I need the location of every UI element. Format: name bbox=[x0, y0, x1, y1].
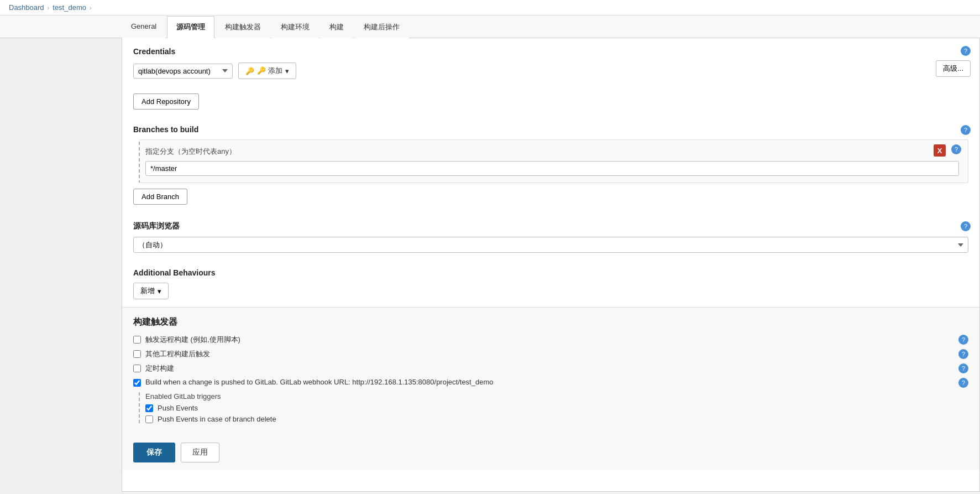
sub-trigger-checkbox-push-events[interactable] bbox=[145, 404, 153, 412]
branch-row: 指定分支（为空时代表any） X ? bbox=[139, 139, 968, 183]
trigger-label-remote: 触发远程构建 (例如,使用脚本) bbox=[145, 335, 954, 345]
new-dropdown-arrow: ▾ bbox=[158, 287, 161, 295]
key-icon: 🔑 bbox=[245, 67, 254, 75]
breadcrumb-arrow1: › bbox=[48, 4, 50, 11]
tab-env[interactable]: 构建环境 bbox=[271, 16, 319, 38]
credentials-dropdown[interactable]: qitlab(devops account) bbox=[133, 64, 233, 79]
trigger-label-after-other: 其他工程构建后触发 bbox=[145, 349, 954, 359]
save-section: 保存 应用 bbox=[122, 435, 979, 470]
sub-trigger-checkbox-push-branch-delete[interactable] bbox=[145, 415, 153, 423]
credentials-help-icon[interactable]: ? bbox=[961, 46, 971, 56]
branch-delete-button[interactable]: X bbox=[934, 144, 946, 157]
add-button-label: 🔑 添加 bbox=[257, 66, 282, 76]
sub-trigger-push-events: Push Events bbox=[145, 404, 968, 412]
build-triggers-section: 构建触发器 触发远程构建 (例如,使用脚本) ? 其他工程构建后触发 ? 定时构… bbox=[122, 307, 979, 435]
trigger-checkbox-remote[interactable] bbox=[133, 336, 141, 344]
new-button-label: 新增 bbox=[140, 286, 155, 296]
credentials-add-button[interactable]: 🔑 🔑 添加 ▾ bbox=[238, 63, 296, 79]
add-dropdown-arrow: ▾ bbox=[285, 67, 289, 75]
tab-build[interactable]: 构建 bbox=[320, 16, 353, 38]
advanced-button[interactable]: 高级... bbox=[936, 60, 971, 77]
branch-label: 指定分支（为空时代表any） bbox=[145, 147, 959, 157]
trigger-checkbox-after-other[interactable] bbox=[133, 350, 141, 358]
tab-general[interactable]: General bbox=[122, 16, 166, 38]
breadcrumb: Dashboard › test_demo › bbox=[0, 0, 980, 15]
new-behaviour-button[interactable]: 新增 ▾ bbox=[133, 283, 169, 299]
branches-title: Branches to build bbox=[133, 125, 968, 134]
source-browser-help-icon[interactable]: ? bbox=[961, 221, 971, 231]
tab-post[interactable]: 构建后操作 bbox=[354, 16, 409, 38]
sub-trigger-label-push-events: Push Events bbox=[158, 404, 968, 412]
source-browser-dropdown[interactable]: （自动） bbox=[133, 237, 968, 253]
trigger-help-remote[interactable]: ? bbox=[958, 335, 968, 345]
tabs-bar: General 源码管理 构建触发器 构建环境 构建 构建后操作 bbox=[0, 15, 980, 38]
trigger-row-scheduled: 定时构建 ? bbox=[133, 363, 968, 373]
trigger-help-after-other[interactable]: ? bbox=[958, 349, 968, 359]
trigger-help-gitlab[interactable]: ? bbox=[958, 378, 968, 388]
sub-trigger-push-branch-delete: Push Events in case of branch delete bbox=[145, 415, 968, 423]
branch-help-icon[interactable]: ? bbox=[951, 144, 961, 154]
gitlab-triggers-title: Enabled GitLab triggers bbox=[145, 392, 968, 401]
trigger-checkbox-scheduled[interactable] bbox=[133, 365, 141, 372]
tab-source[interactable]: 源码管理 bbox=[167, 16, 214, 38]
breadcrumb-project[interactable]: test_demo bbox=[53, 3, 86, 12]
tab-trigger[interactable]: 构建触发器 bbox=[216, 16, 270, 38]
breadcrumb-dashboard[interactable]: Dashboard bbox=[9, 3, 44, 12]
add-branch-button[interactable]: Add Branch bbox=[133, 189, 187, 205]
add-repository-button[interactable]: Add Repository bbox=[133, 93, 199, 110]
credentials-title: Credentials bbox=[133, 47, 968, 56]
source-browser-title: 源码库浏览器 bbox=[133, 221, 968, 231]
build-triggers-title: 构建触发器 bbox=[133, 316, 968, 328]
trigger-help-scheduled[interactable]: ? bbox=[958, 363, 968, 373]
source-browser-section: 源码库浏览器 ? （自动） bbox=[122, 214, 979, 261]
credentials-section: Credentials ? qitlab(devops account) 🔑 🔑… bbox=[122, 38, 979, 86]
credentials-row: qitlab(devops account) 🔑 🔑 添加 ▾ bbox=[133, 63, 968, 79]
breadcrumb-arrow2: › bbox=[90, 4, 92, 11]
trigger-row-after-other: 其他工程构建后触发 ? bbox=[133, 349, 968, 359]
trigger-row-gitlab: Build when a change is pushed to GitLab.… bbox=[133, 378, 968, 388]
branch-input[interactable] bbox=[145, 161, 959, 176]
sub-trigger-label-push-branch-delete: Push Events in case of branch delete bbox=[158, 415, 968, 423]
trigger-checkbox-gitlab[interactable] bbox=[133, 379, 141, 387]
content-area: Credentials ? qitlab(devops account) 🔑 🔑… bbox=[122, 38, 980, 492]
branches-section: Branches to build ? 指定分支（为空时代表any） X ? A… bbox=[122, 117, 979, 214]
add-repository-section: Add Repository bbox=[122, 86, 979, 117]
trigger-label-scheduled: 定时构建 bbox=[145, 363, 954, 373]
save-button[interactable]: 保存 bbox=[133, 443, 175, 462]
trigger-row-remote: 触发远程构建 (例如,使用脚本) ? bbox=[133, 335, 968, 345]
additional-behaviours-title: Additional Behaviours bbox=[133, 268, 968, 277]
branches-help-icon[interactable]: ? bbox=[961, 125, 971, 135]
trigger-label-gitlab: Build when a change is pushed to GitLab.… bbox=[145, 378, 954, 386]
additional-behaviours-section: Additional Behaviours 新增 ▾ bbox=[122, 261, 979, 307]
gitlab-triggers: Enabled GitLab triggers Push Events Push… bbox=[139, 392, 968, 423]
apply-button[interactable]: 应用 bbox=[181, 443, 219, 462]
